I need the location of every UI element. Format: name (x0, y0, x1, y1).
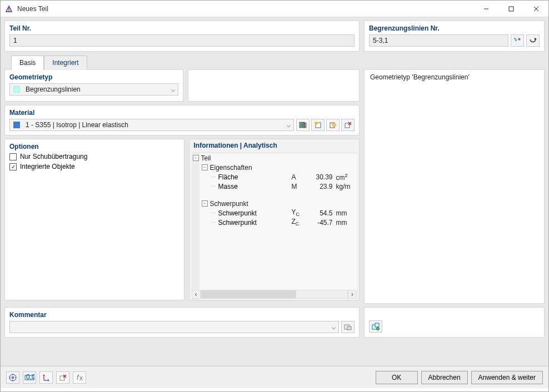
titlebar: Neues Teil (1, 1, 548, 17)
tab-bar: Basis Integriert (11, 56, 545, 70)
preview-tools-panel (364, 307, 545, 338)
reverse-button[interactable] (526, 34, 540, 47)
info-label: Informationen | Analytisch (189, 142, 360, 149)
row-cy: ⋯ Schwerpunkt YC 54.5 mm (192, 208, 357, 218)
collapse-icon[interactable]: − (202, 164, 208, 170)
tree-properties: Eigenschaften (210, 164, 252, 172)
ok-button[interactable]: OK (376, 371, 418, 384)
shear-checkbox[interactable] (9, 153, 17, 160)
teil-panel: Teil Nr. (4, 21, 360, 52)
geometry-value: Begrenzungslinien (23, 86, 168, 93)
svg-point-22 (377, 328, 380, 330)
material-label: Material (9, 109, 355, 117)
scroll-right-icon[interactable]: › (348, 290, 357, 299)
row-mass: ⋯ Masse M 23.9 kg/m (192, 182, 357, 191)
geometry-panel: Geometrietyp Begrenzungslinien ⌵ (4, 69, 183, 102)
tree-centroid: Schwerpunkt (210, 200, 248, 208)
close-button[interactable] (523, 1, 548, 17)
chevron-down-icon: ⌵ (283, 121, 293, 129)
help-button[interactable] (6, 371, 19, 384)
svg-text:x: x (79, 374, 83, 381)
material-swatch-icon (13, 122, 20, 128)
svg-rect-19 (347, 326, 351, 330)
cancel-button[interactable]: Abbrechen (421, 371, 468, 384)
svg-rect-9 (300, 122, 302, 128)
pick-lines-button[interactable] (511, 34, 524, 47)
row-cz: ⋯ Schwerpunkt ZC -45.7 mm (192, 218, 357, 227)
material-combo[interactable]: 1 - S355 | Isotrop | Linear elastisch ⌵ (9, 119, 294, 131)
shear-label: Nur Schubübertragung (20, 153, 87, 160)
row-area: ⋯ Fläche A 30.39 cm2 (192, 172, 357, 182)
info-panel: Informationen | Analytisch −Teil −Eigens… (189, 139, 360, 300)
info-placeholder-panel (188, 69, 360, 102)
app-icon (4, 4, 13, 13)
comment-label: Kommentar (9, 311, 355, 319)
apply-continue-button[interactable]: Anwenden & weiter (471, 371, 543, 384)
svg-rect-21 (375, 323, 379, 327)
material-value: 1 - S355 | Isotrop | Linear elastisch (23, 121, 283, 129)
comment-apply-button[interactable] (341, 321, 355, 333)
geometry-combo[interactable]: Begrenzungslinien ⌵ (9, 83, 178, 96)
function-button[interactable]: fx (73, 371, 86, 384)
tab-integriert[interactable]: Integriert (44, 56, 87, 70)
info-scrollbar[interactable]: ‹ › (192, 290, 357, 299)
geometry-swatch-icon (13, 86, 20, 93)
window-title: Neues Teil (17, 5, 473, 13)
tree-teil: Teil (201, 154, 211, 162)
minimize-button[interactable] (473, 1, 498, 17)
tab-basis[interactable]: Basis (11, 56, 44, 70)
begrenzung-label: Begrenzungslinien Nr. (369, 24, 540, 32)
preview-settings-button[interactable] (369, 320, 382, 333)
svg-point-24 (12, 376, 14, 379)
geometry-label: Geometrietyp (9, 73, 178, 81)
comment-combo[interactable]: ⌵ (9, 321, 339, 333)
options-panel: Optionen Nur Schubübertragung ✓ Integrie… (4, 139, 184, 300)
collapse-icon[interactable]: − (193, 155, 199, 161)
svg-marker-34 (48, 379, 49, 381)
svg-text:0,00: 0,00 (26, 374, 34, 381)
units-button[interactable]: 0,00 (23, 371, 36, 384)
coordinates-button[interactable] (39, 371, 53, 384)
maximize-button[interactable] (498, 1, 523, 17)
material-library-button[interactable] (296, 119, 310, 131)
dialog-footer: 0,00 fx OK Abbrechen Anwenden & weiter (1, 366, 548, 388)
integrated-checkbox[interactable]: ✓ (9, 163, 17, 170)
svg-rect-11 (305, 123, 306, 128)
teil-label: Teil Nr. (9, 24, 355, 32)
info-tree[interactable]: −Teil −Eigenschaften ⋯ Fläche A 30.39 cm… (192, 153, 357, 300)
svg-rect-3 (509, 7, 513, 11)
options-label: Optionen (9, 143, 179, 150)
begrenzung-panel: Begrenzungslinien Nr. (364, 21, 545, 52)
preview-panel: Geometrietyp 'Begrenzungslinien' (364, 69, 545, 304)
svg-rect-10 (302, 122, 305, 128)
material-delete-button[interactable] (341, 119, 355, 131)
integrated-label: Integrierte Objekte (20, 163, 75, 170)
comment-panel: Kommentar ⌵ (4, 307, 360, 338)
material-new-button[interactable] (311, 119, 325, 131)
preview-text: Geometrietyp 'Begrenzungslinien' (365, 70, 544, 84)
teil-input[interactable] (9, 34, 355, 47)
svg-marker-33 (43, 374, 45, 376)
material-panel: Material 1 - S355 | Isotrop | Linear ela… (4, 105, 360, 135)
scroll-left-icon[interactable]: ‹ (192, 290, 201, 299)
collapse-icon[interactable]: − (202, 200, 208, 207)
material-edit-button[interactable] (326, 119, 340, 131)
begrenzung-input[interactable] (369, 34, 508, 47)
clear-button[interactable] (56, 371, 69, 384)
chevron-down-icon: ⌵ (328, 323, 338, 331)
chevron-down-icon: ⌵ (168, 86, 178, 93)
